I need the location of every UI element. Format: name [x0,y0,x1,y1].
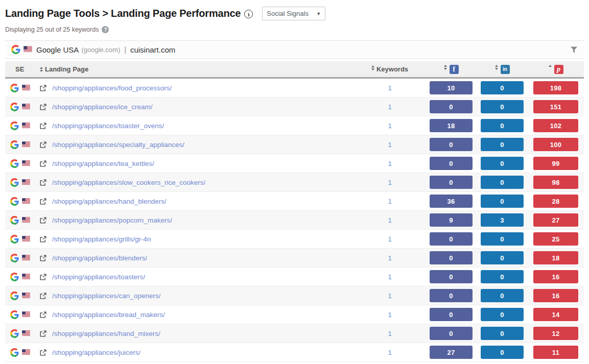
landing-page-link[interactable]: /shopping/appliances/hand_mixers/ [52,330,160,337]
facebook-count-badge: 0 [430,176,473,189]
landing-page-link[interactable]: /shopping/appliances/juicers/ [52,349,140,356]
keywords-count-link[interactable]: 1 [388,216,391,224]
landing-page-cell: /shopping/appliances/grills/gr-4n [40,235,354,243]
landing-page-link[interactable]: /shopping/appliances/specialty_appliance… [52,141,184,149]
linkedin-cell: 3 [477,213,528,227]
landing-page-link[interactable]: /shopping/appliances/tea_kettles/ [52,160,154,167]
external-link-icon[interactable] [40,179,46,186]
external-link-icon[interactable] [40,160,46,167]
us-flag-icon [22,234,30,244]
sort-ascending-icon[interactable] [549,65,552,74]
pinterest-count-badge: 12 [533,327,578,340]
keywords-count-link[interactable]: 1 [388,330,391,337]
keywords-count-link[interactable]: 1 [388,254,391,262]
pinterest-count-badge: 98 [533,176,578,189]
keywords-count-link[interactable]: 1 [388,179,391,186]
se-cell [5,234,40,244]
keywords-cell: 1 [354,254,426,262]
facebook-count-badge: 0 [430,308,473,321]
filter-icon[interactable] [570,46,578,54]
pinterest-cell: 99 [528,157,584,170]
linkedin-count-badge: 0 [481,157,524,170]
landing-page-link[interactable]: /shopping/appliances/food_processors/ [52,84,172,92]
linkedin-count-badge: 0 [481,119,524,132]
external-link-icon[interactable] [40,123,46,129]
landing-page-link[interactable]: /shopping/appliances/blenders/ [52,254,147,262]
se-cell [5,83,40,92]
keywords-count-link[interactable]: 1 [388,311,391,319]
facebook-cell: 0 [426,100,477,113]
landing-page-link[interactable]: /shopping/appliances/toasters/ [52,273,145,281]
landing-page-cell: /shopping/appliances/ice_cream/ [40,103,354,111]
linkedin-icon[interactable]: in [501,65,510,74]
keywords-count-link[interactable]: 1 [388,122,391,130]
external-link-icon[interactable] [40,311,46,318]
landing-page-cell: /shopping/appliances/slow_cookers_rice_c… [40,179,354,186]
pinterest-icon[interactable]: p [554,65,563,74]
external-link-icon[interactable] [40,104,46,110]
pinterest-count-badge: 16 [533,270,578,283]
column-header-landing-page[interactable]: Landing Page [40,65,354,73]
keywords-cell: 1 [354,160,426,167]
column-header-keywords[interactable]: Keywords [354,65,426,73]
landing-page-link[interactable]: /shopping/appliances/popcorn_makers/ [52,216,172,224]
landing-page-link[interactable]: /shopping/appliances/toaster_ovens/ [52,122,164,130]
column-header-facebook[interactable]: f [426,65,477,74]
keywords-count-link[interactable]: 1 [388,160,391,167]
column-header-pinterest[interactable]: p [528,65,584,74]
keywords-count-link[interactable]: 1 [388,84,391,92]
external-link-icon[interactable] [40,274,46,280]
landing-page-link[interactable]: /shopping/appliances/bread_makers/ [52,311,165,319]
landing-page-link[interactable]: /shopping/appliances/slow_cookers_rice_c… [52,179,205,186]
se-cell [5,121,40,130]
sort-icon[interactable] [444,65,447,74]
column-header-linkedin[interactable]: in [477,65,528,74]
facebook-count-badge: 0 [430,251,473,264]
info-icon[interactable]: i [244,10,253,18]
external-link-icon[interactable] [40,293,46,299]
facebook-count-badge: 0 [430,270,473,283]
facebook-icon[interactable]: f [450,65,459,74]
report-type-select[interactable]: Social Signals ▼ [262,7,325,20]
keywords-count-link[interactable]: 1 [388,349,391,356]
landing-page-cell: /shopping/appliances/tea_kettles/ [40,160,354,167]
landing-page-link[interactable]: /shopping/appliances/ice_cream/ [52,103,153,111]
sort-icon[interactable] [495,65,498,74]
keywords-count-link[interactable]: 1 [388,273,391,281]
external-link-icon[interactable] [40,236,46,242]
linkedin-cell: 0 [477,176,528,189]
pinterest-cell: 100 [528,138,584,151]
linkedin-count-badge: 0 [481,195,524,208]
external-link-icon[interactable] [40,255,46,261]
sort-icon[interactable] [40,67,43,72]
table-row: /shopping/appliances/hand_mixers/ 1 0 0 … [5,324,584,343]
external-link-icon[interactable] [40,330,46,337]
facebook-count-badge: 0 [430,327,473,340]
keywords-count-link[interactable]: 1 [388,198,391,205]
pinterest-count-badge: 151 [533,100,578,113]
pinterest-cell: 18 [528,251,584,264]
external-link-icon[interactable] [40,85,46,91]
keywords-count-link[interactable]: 1 [388,235,391,243]
keywords-count-link[interactable]: 1 [388,103,391,111]
landing-page-cell: /shopping/appliances/can_openers/ [40,292,354,300]
keywords-count-link[interactable]: 1 [388,141,391,149]
external-link-icon[interactable] [40,349,46,356]
external-link-icon[interactable] [40,217,46,224]
external-link-icon[interactable] [40,198,46,205]
pinterest-count-badge: 18 [533,251,578,264]
se-cell [5,159,40,168]
external-link-icon[interactable] [40,141,46,148]
facebook-count-badge: 36 [430,195,473,208]
keywords-count-link[interactable]: 1 [388,292,391,300]
landing-page-link[interactable]: /shopping/appliances/hand_blenders/ [52,198,167,205]
landing-page-link[interactable]: /shopping/appliances/grills/gr-4n [52,235,151,243]
pinterest-count-badge: 100 [533,138,578,151]
google-logo-icon [10,84,19,92]
help-icon[interactable]: ? [102,26,109,33]
landing-page-link[interactable]: /shopping/appliances/can_openers/ [52,292,160,300]
keywords-count-text: Displaying 25 out of 25 keywords [5,26,99,33]
sort-icon[interactable] [371,65,374,73]
keywords-cell: 1 [354,84,426,92]
table-body: /shopping/appliances/food_processors/ 1 … [5,79,584,362]
